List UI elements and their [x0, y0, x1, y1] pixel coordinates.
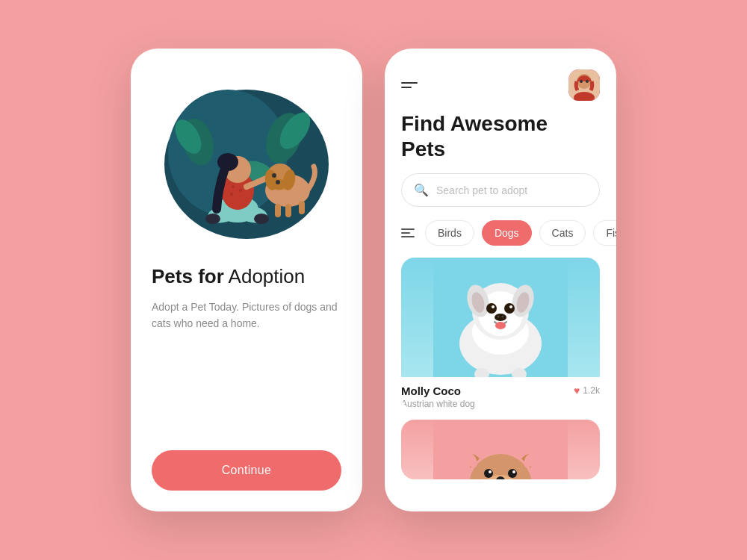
pet-card-image-corgi [401, 420, 600, 479]
svg-point-34 [580, 80, 583, 83]
svg-point-35 [586, 80, 589, 83]
svg-point-46 [504, 303, 515, 314]
pet-card-molly[interactable]: Molly Coco Austrian white dog ♥ 1.2k [401, 258, 600, 409]
svg-point-51 [502, 316, 504, 318]
svg-rect-28 [275, 204, 281, 217]
filter-chip-dogs[interactable]: Dogs [482, 220, 532, 246]
svg-point-49 [495, 314, 506, 321]
svg-point-26 [276, 180, 280, 184]
filter-chip-fish[interactable]: Fish [593, 220, 616, 246]
search-placeholder: Search pet to adopt [436, 184, 527, 196]
svg-point-12 [205, 214, 220, 224]
svg-point-13 [254, 214, 269, 224]
left-phone: Pets for Adoption Adopt a Pet Today. Pic… [131, 49, 362, 511]
page-title: Find AwesomePets [385, 111, 616, 173]
svg-point-15 [232, 185, 235, 188]
filter-chip-cats[interactable]: Cats [539, 220, 586, 246]
search-bar[interactable]: 🔍 Search pet to adopt [401, 173, 600, 207]
filter-row: Birds Dogs Cats Fish [385, 220, 616, 246]
svg-point-20 [217, 153, 238, 171]
pet-cards: Molly Coco Austrian white dog ♥ 1.2k [385, 258, 616, 511]
heart-icon: ♥ [574, 385, 580, 396]
svg-point-47 [492, 305, 495, 308]
svg-point-61 [484, 469, 493, 478]
search-icon: 🔍 [414, 183, 429, 197]
svg-point-48 [509, 305, 512, 308]
pet-card-image-molly [401, 258, 600, 377]
pet-likes-molly: ♥ 1.2k [574, 385, 600, 396]
right-header [385, 49, 616, 111]
svg-point-16 [239, 189, 242, 192]
svg-point-62 [508, 469, 517, 478]
svg-point-27 [272, 173, 276, 178]
left-text-section: Pets for Adoption Adopt a Pet Today. Pic… [152, 265, 341, 332]
svg-point-63 [489, 470, 492, 473]
pet-name-molly: Molly Coco [401, 385, 475, 397]
right-phone: Find AwesomePets 🔍 Search pet to adopt B… [385, 49, 616, 511]
pet-card-corgi[interactable] [401, 420, 600, 479]
pet-likes-count: 1.2k [583, 385, 600, 396]
filter-icon[interactable] [401, 228, 415, 237]
svg-point-52 [495, 322, 506, 329]
svg-rect-29 [285, 204, 291, 217]
filter-chip-birds[interactable]: Birds [425, 220, 474, 246]
hero-illustration [157, 78, 336, 243]
page-title: Pets for Adoption [152, 265, 341, 288]
svg-rect-30 [299, 201, 305, 214]
svg-point-17 [230, 193, 233, 196]
svg-point-64 [512, 470, 515, 473]
svg-point-45 [486, 303, 497, 314]
hamburger-menu-icon[interactable] [401, 82, 418, 88]
pet-info-molly: Molly Coco Austrian white dog ♥ 1.2k [401, 377, 600, 409]
svg-point-50 [498, 316, 500, 318]
user-avatar[interactable] [568, 69, 600, 101]
pet-breed-molly: Austrian white dog [401, 399, 475, 409]
continue-button[interactable]: Continue [152, 450, 341, 491]
page-subtitle: Adopt a Pet Today. Pictures of dogs and … [152, 299, 341, 332]
